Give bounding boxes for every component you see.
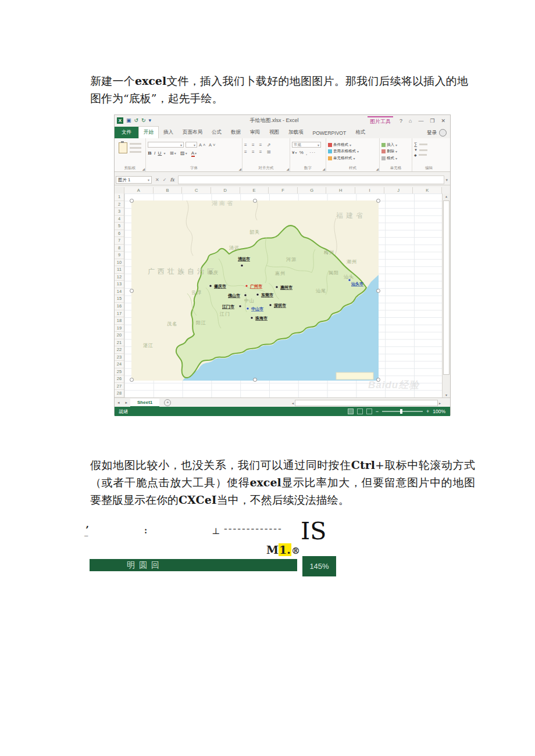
cell-styles-button[interactable]: 单元格样式▾ [328, 156, 377, 161]
row-header-25[interactable]: 25 [115, 368, 124, 376]
name-box[interactable]: 图片 1 ▾ [116, 176, 152, 184]
insert-function-icon[interactable]: fx [170, 177, 174, 182]
redo-icon[interactable]: ↻ [141, 118, 146, 123]
column-header-G[interactable]: G [298, 187, 327, 194]
column-header-A[interactable]: A [124, 187, 154, 194]
insert-cells-button[interactable]: 插入▾ [381, 142, 410, 148]
ribbon-options-button[interactable]: ⌂ [409, 118, 412, 124]
add-sheet-button[interactable]: + [164, 399, 171, 406]
restore-button[interactable]: ❐ [430, 118, 434, 124]
close-button[interactable]: ✕ [441, 118, 445, 124]
tab-视图[interactable]: 视图 [265, 127, 284, 138]
formula-input[interactable] [178, 175, 445, 184]
column-header-H[interactable]: H [326, 187, 355, 194]
page-layout-view-icon[interactable] [357, 409, 363, 414]
resize-handle-bottom-left[interactable] [130, 378, 134, 382]
row-header-19[interactable]: 19 [115, 325, 124, 332]
column-header-J[interactable]: J [384, 187, 413, 194]
column-header-K[interactable]: K [413, 187, 442, 194]
row-header-15[interactable]: 15 [115, 295, 124, 303]
scroll-right-icon[interactable]: ▸ [439, 401, 441, 405]
enter-icon[interactable]: ✓ [163, 177, 167, 182]
minimize-button[interactable]: — [418, 118, 423, 124]
row-header-28[interactable]: 28 [115, 390, 124, 397]
row-header-7[interactable]: 7 [115, 237, 124, 245]
vertical-scrollbar[interactable]: ▴ ▾ [442, 194, 450, 397]
vertical-scroll-thumb[interactable] [443, 200, 450, 375]
name-box-dropdown-icon[interactable]: ▾ [148, 178, 149, 182]
column-header-C[interactable]: C [182, 187, 211, 194]
row-header-1[interactable]: 1 [115, 194, 124, 201]
zoom-in-icon[interactable]: + [426, 409, 429, 414]
resize-handle-top-center[interactable] [253, 199, 257, 203]
row-header-26[interactable]: 26 [115, 375, 124, 383]
align-top-icons[interactable]: ≡ ≡ ≡ ⇗ [244, 142, 288, 148]
font-buttons[interactable]: B I U ▾ ⊞▾ ▨▾ A▾ [148, 150, 240, 156]
save-icon[interactable]: ▣ [126, 118, 131, 123]
resize-handle-top-right[interactable] [376, 199, 380, 203]
delete-cells-button[interactable]: 删除▾ [381, 149, 410, 154]
row-header-4[interactable]: 4 [115, 216, 124, 223]
scroll-left-icon[interactable]: ◂ [292, 401, 294, 405]
tab-页面布局[interactable]: 页面布局 [178, 127, 207, 138]
row-header-21[interactable]: 21 [115, 339, 124, 347]
row-header-2[interactable]: 2 [115, 201, 124, 209]
number-format-select[interactable]: 常规▾ [292, 142, 321, 148]
tab-审阅[interactable]: 审阅 [245, 127, 265, 138]
clear-button[interactable]: ◆ [414, 153, 444, 157]
sheet-nav-left-icon[interactable]: ◂ [115, 400, 123, 405]
formula-bar-expand-icon[interactable]: ▾ [445, 178, 450, 182]
row-header-22[interactable]: 22 [115, 346, 124, 354]
horizontal-scrollbar[interactable]: ◂ ▸ [292, 400, 441, 406]
scroll-down-icon[interactable]: ▾ [443, 393, 450, 397]
row-header-23[interactable]: 23 [115, 354, 124, 361]
page-break-view-icon[interactable] [366, 409, 372, 414]
tab-公式[interactable]: 公式 [207, 127, 226, 138]
sheet-tab[interactable]: Sheet1 [130, 399, 159, 407]
conditional-formatting-button[interactable]: 条件格式▾ [328, 142, 377, 148]
font-size-select[interactable]: ▾ [186, 142, 197, 148]
tab-POWERPIVOT[interactable]: POWERPIVOT [308, 128, 351, 138]
tab-插入[interactable]: 插入 [159, 127, 178, 138]
row-header-6[interactable]: 6 [115, 230, 124, 238]
row-header-17[interactable]: 17 [115, 310, 124, 318]
fill-button[interactable]: ▼ [414, 148, 444, 152]
resize-handle-middle-right[interactable] [376, 289, 380, 293]
grow-shrink-font-icons[interactable]: A˄ A˅ [199, 142, 216, 148]
format-as-table-button[interactable]: 套用表格格式▾ [328, 149, 377, 154]
column-header-B[interactable]: B [154, 187, 183, 194]
picture-tools-header[interactable]: 图片工具 [368, 116, 393, 126]
tab-数据[interactable]: 数据 [226, 127, 245, 138]
row-header-24[interactable]: 24 [115, 361, 124, 368]
row-header-5[interactable]: 5 [115, 223, 124, 230]
sheet-nav-right-icon[interactable]: ▸ [123, 400, 131, 405]
tab-格式[interactable]: 格式 [351, 127, 370, 138]
zoom-slider-thumb[interactable] [400, 409, 402, 414]
normal-view-icon[interactable] [348, 409, 354, 414]
tab-开始[interactable]: 开始 [138, 126, 159, 138]
font-name-select[interactable]: ▾ [148, 142, 184, 148]
number-buttons[interactable]: ¥▾ % ⸒ ··· [292, 150, 324, 156]
cancel-icon[interactable]: ✕ [155, 177, 159, 182]
horizontal-scroll-thumb[interactable] [295, 400, 438, 406]
format-cells-button[interactable]: 格式▾ [381, 156, 410, 161]
zoom-out-icon[interactable]: − [376, 409, 379, 414]
row-header-16[interactable]: 16 [115, 303, 124, 310]
row-header-18[interactable]: 18 [115, 317, 124, 325]
resize-handle-bottom-center[interactable] [253, 378, 257, 382]
row-header-10[interactable]: 10 [115, 259, 124, 267]
resize-handle-middle-left[interactable] [130, 289, 134, 293]
column-header-I[interactable]: I [355, 187, 384, 194]
align-bottom-icons[interactable]: ≡ ≡ ≡ ⊞ [244, 149, 288, 155]
scroll-up-icon[interactable]: ▴ [443, 194, 450, 198]
paste-icon[interactable] [119, 142, 127, 153]
resize-handle-top-left[interactable] [130, 199, 134, 203]
qat-dropdown-icon[interactable]: ▾ [149, 118, 152, 123]
zoom-slider[interactable] [382, 411, 423, 412]
row-header-20[interactable]: 20 [115, 332, 124, 339]
row-header-14[interactable]: 14 [115, 288, 124, 296]
tab-文件[interactable]: 文件 [115, 127, 138, 138]
column-header-F[interactable]: F [269, 187, 298, 194]
column-header-E[interactable]: E [240, 187, 269, 194]
row-header-9[interactable]: 9 [115, 252, 124, 259]
